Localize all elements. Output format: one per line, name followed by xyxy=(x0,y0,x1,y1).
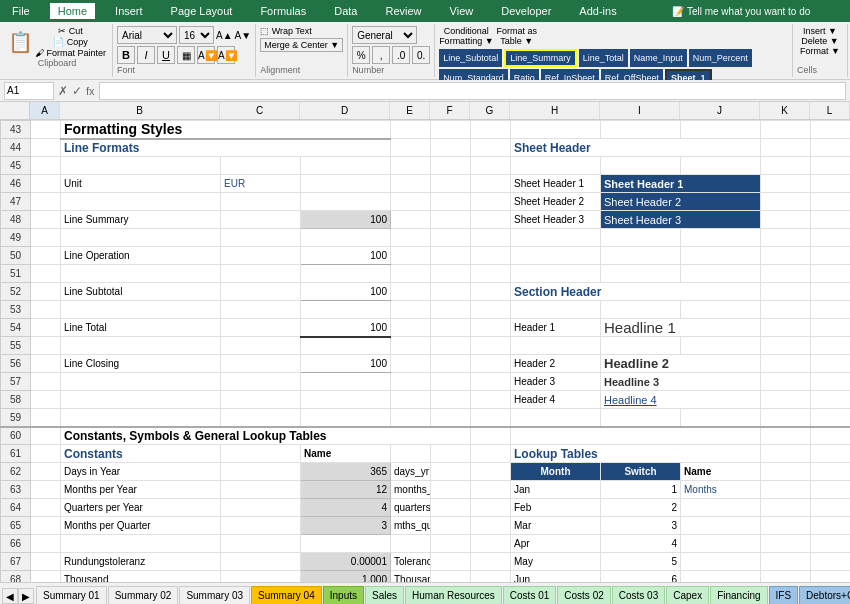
cell-K43[interactable] xyxy=(761,121,811,139)
percent-button[interactable]: % xyxy=(352,46,370,64)
cell-I54[interactable]: Headline 1 xyxy=(601,319,761,337)
cell-H57[interactable]: Header 3 xyxy=(511,373,601,391)
tab-insert[interactable]: Insert xyxy=(107,3,151,19)
cell-I65[interactable]: 3 xyxy=(601,517,681,535)
underline-button[interactable]: U xyxy=(157,46,175,64)
tab-developer[interactable]: Developer xyxy=(493,3,559,19)
delete-button[interactable]: Delete ▼ xyxy=(797,36,843,46)
col-header-H[interactable]: H xyxy=(510,102,600,119)
tab-home[interactable]: Home xyxy=(50,3,95,19)
style-line-total[interactable]: Line_Total xyxy=(579,49,628,67)
cell-H68[interactable]: Jun xyxy=(511,571,601,583)
cell-H61[interactable]: Lookup Tables xyxy=(511,445,761,463)
col-header-L[interactable]: L xyxy=(810,102,850,119)
cell-H43[interactable] xyxy=(511,121,601,139)
col-header-C[interactable]: C xyxy=(220,102,300,119)
cell-I64[interactable]: 2 xyxy=(601,499,681,517)
cell-I47[interactable]: Sheet Header 2 xyxy=(601,193,761,211)
merge-center-button[interactable]: Merge & Center ▼ xyxy=(260,38,343,52)
style-line-summary[interactable]: Line_Summary xyxy=(504,49,577,67)
cell-B54[interactable]: Line Total xyxy=(61,319,221,337)
bold-button[interactable]: B xyxy=(117,46,135,64)
insert-button[interactable]: Insert ▼ xyxy=(797,26,843,36)
cell-B60[interactable]: Constants, Symbols & General Lookup Tabl… xyxy=(61,427,471,445)
cell-H54[interactable]: Header 1 xyxy=(511,319,601,337)
style-line-subtotal[interactable]: Line_Subtotal xyxy=(439,49,502,67)
tab-review[interactable]: Review xyxy=(377,3,429,19)
cell-A43[interactable] xyxy=(31,121,61,139)
col-header-A[interactable]: A xyxy=(30,102,60,119)
tab-debtors-creditors[interactable]: Debtors+Creditors xyxy=(799,586,850,604)
cell-F43[interactable] xyxy=(431,121,471,139)
cell-H56[interactable]: Header 2 xyxy=(511,355,601,373)
cell-G43[interactable] xyxy=(471,121,511,139)
cell-B64[interactable]: Quarters per Year xyxy=(61,499,221,517)
tab-formulas[interactable]: Formulas xyxy=(252,3,314,19)
cell-H67[interactable]: May xyxy=(511,553,601,571)
dec-increase-button[interactable]: .0 xyxy=(392,46,410,64)
font-color-button[interactable]: A🔽 xyxy=(217,46,235,64)
cell-I67[interactable]: 5 xyxy=(601,553,681,571)
cell-B67[interactable]: Rundungstoleranz xyxy=(61,553,221,571)
tab-capex[interactable]: Capex xyxy=(666,586,709,604)
italic-button[interactable]: I xyxy=(137,46,155,64)
tab-sales[interactable]: Sales xyxy=(365,586,404,604)
cell-J62[interactable]: Name xyxy=(681,463,761,481)
cell-E62[interactable]: days_yr xyxy=(391,463,431,481)
tab-view[interactable]: View xyxy=(442,3,482,19)
cell-I62[interactable]: Switch xyxy=(601,463,681,481)
col-header-J[interactable]: J xyxy=(680,102,760,119)
copy-button[interactable]: 📄 Copy xyxy=(35,37,106,47)
fill-color-button[interactable]: A🔽 xyxy=(197,46,215,64)
tab-summary-03[interactable]: Summary 03 xyxy=(179,586,250,604)
cell-I68[interactable]: 6 xyxy=(601,571,681,583)
cell-I57[interactable]: Headline 3 xyxy=(601,373,761,391)
cell-E68[interactable]: Thousand xyxy=(391,571,431,583)
cell-H64[interactable]: Feb xyxy=(511,499,601,517)
tell-me-box[interactable]: 📝 Tell me what you want to do xyxy=(637,6,846,17)
tab-page-layout[interactable]: Page Layout xyxy=(163,3,241,19)
tab-summary-01[interactable]: Summary 01 xyxy=(36,586,107,604)
cell-B43[interactable]: Formatting Styles xyxy=(61,121,391,139)
cell-E67[interactable]: Tolerance xyxy=(391,553,431,571)
cell-H65[interactable]: Mar xyxy=(511,517,601,535)
cell-B65[interactable]: Months per Quarter xyxy=(61,517,221,535)
paste-button[interactable]: 📋 xyxy=(8,30,33,54)
cell-I66[interactable]: 4 xyxy=(601,535,681,553)
cell-D64[interactable]: 4 xyxy=(301,499,391,517)
cell-D67[interactable]: 0.00001 xyxy=(301,553,391,571)
cell-D52[interactable]: 100 xyxy=(301,283,391,301)
decrease-font-button[interactable]: A▼ xyxy=(235,30,252,41)
tab-summary-04[interactable]: Summary 04 xyxy=(251,586,322,604)
cell-D48[interactable]: 100 xyxy=(301,211,391,229)
cell-D61[interactable]: Name xyxy=(301,445,391,463)
cell-B56[interactable]: Line Closing xyxy=(61,355,221,373)
tab-costs-01[interactable]: Costs 01 xyxy=(503,586,556,604)
cell-I63[interactable]: 1 xyxy=(601,481,681,499)
style-name-input[interactable]: Name_Input xyxy=(630,49,687,67)
tab-data[interactable]: Data xyxy=(326,3,365,19)
cell-E65[interactable]: mths_quarter xyxy=(391,517,431,535)
font-family-select[interactable]: Arial xyxy=(117,26,177,44)
format-button[interactable]: Format ▼ xyxy=(797,46,843,56)
cell-L43[interactable] xyxy=(811,121,851,139)
increase-font-button[interactable]: A▲ xyxy=(216,30,233,41)
cell-H47[interactable]: Sheet Header 2 xyxy=(511,193,601,211)
cell-D68[interactable]: 1.000 xyxy=(301,571,391,583)
cell-H58[interactable]: Header 4 xyxy=(511,391,601,409)
cell-B63[interactable]: Months per Year xyxy=(61,481,221,499)
col-header-E[interactable]: E xyxy=(390,102,430,119)
col-header-F[interactable]: F xyxy=(430,102,470,119)
insert-function-icon[interactable]: fx xyxy=(86,85,95,97)
tab-nav-left[interactable]: ◀ xyxy=(2,588,18,604)
cell-D62[interactable]: 365 xyxy=(301,463,391,481)
cell-B68[interactable]: Thousand xyxy=(61,571,221,583)
cell-J63[interactable]: Months xyxy=(681,481,761,499)
cell-B62[interactable]: Days in Year xyxy=(61,463,221,481)
col-header-D[interactable]: D xyxy=(300,102,390,119)
cell-H66[interactable]: Apr xyxy=(511,535,601,553)
tab-inputs[interactable]: Inputs xyxy=(323,586,364,604)
cell-B61[interactable]: Constants xyxy=(61,445,221,463)
cell-H63[interactable]: Jan xyxy=(511,481,601,499)
cell-H52[interactable]: Section Header xyxy=(511,283,761,301)
